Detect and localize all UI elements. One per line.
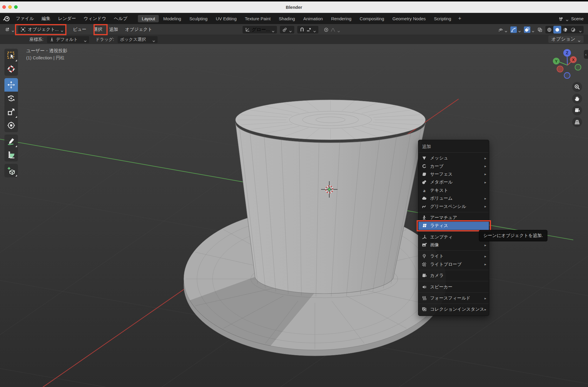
eye-toggle[interactable] (498, 27, 507, 32)
tab-uv-editing[interactable]: UV Editing (212, 15, 240, 22)
ortho-grid-button[interactable] (572, 117, 582, 127)
tab-modeling[interactable]: Modeling (159, 15, 185, 22)
xray-toggle[interactable] (537, 27, 542, 32)
mode-selector[interactable]: オブジェクト... (18, 26, 66, 33)
tab-rendering[interactable]: Rendering (327, 15, 355, 22)
submenu-arrow-icon: ▸ (485, 262, 486, 266)
menubar-item[interactable]: ファイル (12, 13, 38, 24)
add-menu-item-mesh[interactable]: メッシュ▸ (418, 154, 489, 162)
transform-icon (7, 121, 15, 129)
select-box-tool[interactable] (4, 49, 18, 62)
tab-geometry-nodes[interactable]: Geometry Nodes (389, 15, 430, 22)
move-tool[interactable] (4, 78, 18, 92)
fullscreen-window-button[interactable] (14, 5, 18, 9)
cursor-tool-tool[interactable] (4, 62, 18, 76)
menubar-item[interactable]: レンダー (54, 13, 80, 24)
orientation-selector[interactable]: グロー... (243, 26, 277, 33)
editor-3d-viewport-icon (5, 27, 10, 32)
add-menu-title: 追加 (418, 142, 489, 151)
add-menu-item-volume[interactable]: ボリューム▸ (418, 194, 489, 202)
tool-options-corner (15, 60, 17, 61)
collapse-region-arrow[interactable]: ‹ (584, 50, 588, 59)
tab-animation[interactable]: Animation (299, 15, 327, 22)
camera-view-icon (574, 107, 580, 113)
add-menu-item-light-probe[interactable]: ライトプローブ▸ (418, 260, 489, 268)
add-menu-item-camera[interactable]: カメラ (418, 272, 489, 280)
add-menu-item-metaball[interactable]: メタボール▸ (418, 178, 489, 186)
scale-icon (7, 108, 15, 116)
gizmo-z-negative[interactable] (564, 73, 570, 78)
add-menu-item-collection-instance[interactable]: コレクションインスタンス▸ (418, 305, 489, 313)
tab-sculpting[interactable]: Sculpting (186, 15, 211, 22)
coord-system-selector[interactable]: デフォルト (47, 36, 89, 43)
add-menu-item-grease-pencil[interactable]: グリースペンシル▸ (418, 202, 489, 210)
viewport-menu-1[interactable]: 選択 (90, 27, 106, 32)
minimize-window-button[interactable] (8, 5, 12, 9)
coord-system-value: デフォルト (56, 37, 78, 42)
measure-tool[interactable] (4, 148, 18, 161)
add-menu-item-speaker[interactable]: スピーカー (418, 283, 489, 291)
add-menu-item-force-field[interactable]: フォースフィールド▸ (418, 294, 489, 302)
scale-tool[interactable] (4, 105, 18, 119)
add-menu-item-empty[interactable]: エンプティ▸ (418, 233, 489, 241)
viewport-menu-3[interactable]: オブジェクト (122, 27, 156, 32)
viewport-canvas[interactable] (0, 44, 588, 387)
shade-solid-button[interactable] (553, 26, 561, 33)
gizmo-toggle[interactable] (510, 26, 521, 33)
rotate-tool[interactable] (4, 92, 18, 105)
gizmo-y-negative[interactable] (575, 64, 581, 70)
viewport-menu-0[interactable]: ビュー (69, 27, 90, 32)
snap-target-icon (306, 27, 311, 32)
add-menu-item-armature[interactable]: アーマチュア (418, 214, 489, 222)
menu-separator (419, 250, 489, 251)
zoom-in-button[interactable] (572, 82, 582, 92)
add-workspace-button[interactable]: + (455, 15, 464, 22)
tab-scripting[interactable]: Scripting (430, 15, 455, 22)
navigation-gizmo[interactable]: Z X Y (547, 46, 586, 85)
tab-texture-paint[interactable]: Texture Paint (241, 15, 275, 22)
annotate-tool[interactable] (4, 134, 18, 148)
shade-material-button[interactable] (561, 26, 569, 33)
gizmo-x-negative[interactable] (557, 66, 563, 72)
active-collection-label: (1) Collection | 円柱 (26, 55, 65, 61)
transform-tool[interactable] (4, 119, 18, 132)
close-window-button[interactable] (2, 5, 6, 9)
shade-wire-button[interactable] (545, 26, 553, 33)
options-dropdown[interactable]: オプション (548, 36, 584, 43)
menubar-item[interactable]: ウィンドウ (80, 13, 110, 24)
add-menu-item-lattice[interactable]: ラティス (418, 222, 489, 230)
tab-compositing[interactable]: Compositing (356, 15, 388, 22)
force-field-icon (422, 296, 427, 301)
add-menu-item-image[interactable]: 画像▸ (418, 241, 489, 249)
snap-controls[interactable] (297, 26, 318, 33)
empty-icon (422, 235, 427, 240)
3d-viewport[interactable]: ユーザー・透視投影 (1) Collection | 円柱 Z X Y ‹ 追加 (0, 44, 588, 387)
add-menu-item-light[interactable]: ライト▸ (418, 252, 489, 260)
menubar-item[interactable]: ヘルプ (110, 13, 131, 24)
add-cube-tool[interactable] (4, 164, 18, 177)
transform-controls: グロー... (243, 26, 343, 33)
pivot-point-selector[interactable] (280, 26, 294, 33)
camera-view-button[interactable] (572, 105, 582, 115)
hand-button[interactable] (572, 94, 582, 104)
add-menu-item-surface[interactable]: サーフェス▸ (418, 170, 489, 178)
menu-separator (419, 304, 489, 304)
proportional-editing-controls[interactable] (321, 26, 343, 33)
drag-mode-value: ボックス選択 (120, 37, 146, 42)
shade-wire-icon (547, 27, 552, 32)
shade-rendered-button[interactable] (569, 26, 577, 33)
tab-shading[interactable]: Shading (275, 15, 299, 22)
editor-type-selector[interactable] (4, 26, 16, 33)
scene-selector[interactable]: Scene (558, 13, 584, 24)
overlays-toggle[interactable] (524, 26, 534, 33)
menubar-item[interactable]: 編集 (38, 13, 54, 24)
add-menu-item-text[interactable]: aテキスト (418, 186, 489, 194)
tool-settings-bar: 座標系: デフォルト ドラッグ: ボックス選択 (0, 35, 588, 44)
options-label: オプション (551, 36, 575, 42)
tab-layout[interactable]: Layout (138, 15, 159, 22)
viewport-menu-2[interactable]: 追加 (106, 27, 122, 32)
chevron-down-icon (337, 28, 340, 31)
add-menu-item-curve[interactable]: カーブ▸ (418, 162, 489, 170)
menu-item-label: サーフェス (430, 171, 485, 177)
drag-mode-selector[interactable]: ボックス選択 (118, 36, 158, 43)
